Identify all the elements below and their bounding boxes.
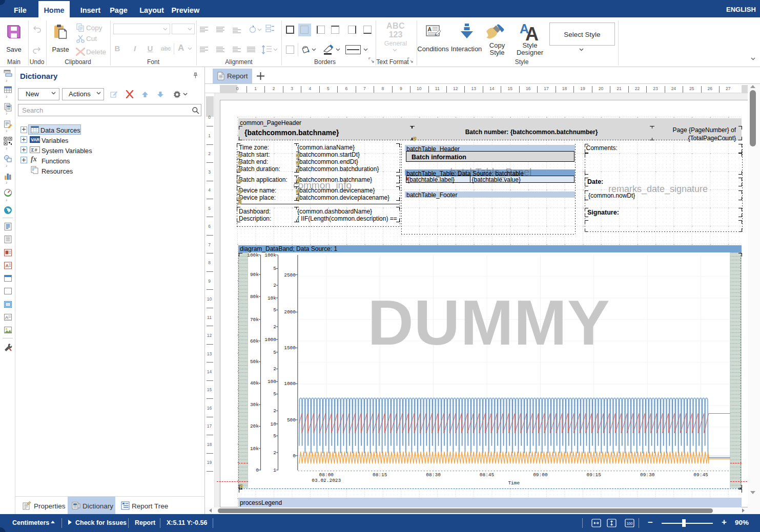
svg-text:09:30: 09:30 xyxy=(640,472,655,478)
svg-text:03.02.2023: 03.02.2023 xyxy=(312,478,341,483)
svg-text:5: 5 xyxy=(273,433,276,439)
svg-text:100: 100 xyxy=(627,522,633,525)
svg-text:2: 2 xyxy=(273,366,276,372)
svg-text:5: 5 xyxy=(273,266,276,271)
svg-text:20k: 20k xyxy=(250,423,259,429)
svg-text:60k: 60k xyxy=(250,338,259,344)
svg-text:2: 2 xyxy=(273,283,276,288)
svg-text:0: 0 xyxy=(293,453,296,458)
svg-text:DUMMY: DUMMY xyxy=(368,287,610,358)
svg-text:40k: 40k xyxy=(250,380,259,386)
svg-text:80k: 80k xyxy=(250,294,259,300)
svg-text:5: 5 xyxy=(273,349,276,355)
svg-text:2: 2 xyxy=(273,450,276,455)
svg-text:90k: 90k xyxy=(250,272,259,278)
svg-text:08:45: 08:45 xyxy=(480,472,495,478)
svg-text:08:30: 08:30 xyxy=(426,472,441,478)
svg-text:1500: 1500 xyxy=(284,345,296,351)
svg-text:30k: 30k xyxy=(250,402,259,408)
svg-text:A: A xyxy=(5,315,8,320)
svg-text:500: 500 xyxy=(287,417,296,422)
svg-text:5: 5 xyxy=(273,307,276,313)
svg-text:08:00: 08:00 xyxy=(319,472,334,478)
svg-text:100k: 100k xyxy=(247,252,259,258)
svg-text:2500: 2500 xyxy=(284,272,296,278)
svg-text:100: 100 xyxy=(268,379,276,385)
svg-text:5: 5 xyxy=(273,391,276,397)
svg-text:70k: 70k xyxy=(250,316,259,322)
svg-text:1000: 1000 xyxy=(284,381,296,387)
svg-text:10k: 10k xyxy=(250,445,259,451)
svg-text:100k: 100k xyxy=(264,252,276,258)
svg-text:#: # xyxy=(35,147,38,153)
svg-text:2: 2 xyxy=(273,324,276,329)
svg-text:VAR: VAR xyxy=(31,137,39,142)
svg-text:2000: 2000 xyxy=(284,309,296,315)
svg-text:10k: 10k xyxy=(268,295,276,301)
svg-text:A: A xyxy=(428,26,432,32)
svg-text:1: 1 xyxy=(273,467,276,473)
svg-text:1000: 1000 xyxy=(264,337,276,343)
svg-text:09:00: 09:00 xyxy=(533,472,548,478)
svg-text:Σ: Σ xyxy=(31,147,34,153)
svg-text:0: 0 xyxy=(256,467,259,473)
svg-text:A: A xyxy=(525,24,539,41)
svg-text:09:45: 09:45 xyxy=(694,472,709,478)
svg-text:Time: Time xyxy=(508,480,520,485)
svg-text:08:15: 08:15 xyxy=(373,472,387,478)
svg-text:10: 10 xyxy=(271,421,277,427)
svg-text:2: 2 xyxy=(273,408,276,414)
svg-text:50k: 50k xyxy=(250,359,259,365)
svg-text:09:15: 09:15 xyxy=(587,472,602,478)
svg-text:A: A xyxy=(5,263,9,268)
